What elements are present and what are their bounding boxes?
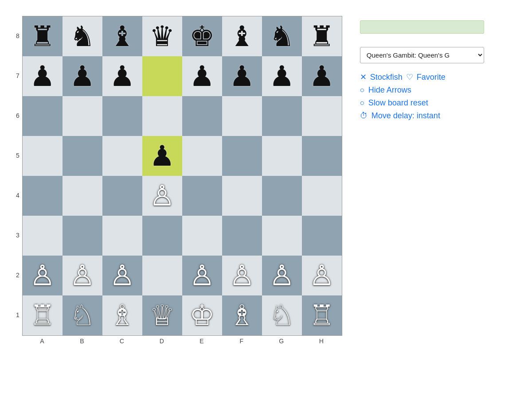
favorite-link[interactable]: Favorite xyxy=(417,73,446,82)
cell-6[interactable]: ♞ xyxy=(262,16,302,56)
cell-10[interactable]: ♟ xyxy=(102,56,142,96)
cell-32[interactable] xyxy=(23,176,63,216)
cell-41[interactable] xyxy=(63,216,102,256)
cell-27[interactable]: ♟ xyxy=(142,136,182,176)
cell-8[interactable]: ♟ xyxy=(23,56,63,96)
piece-35: ♙ xyxy=(149,182,175,210)
cell-44[interactable] xyxy=(182,216,222,256)
cell-63[interactable]: ♖ xyxy=(302,295,342,335)
cell-15[interactable]: ♟ xyxy=(302,56,342,96)
cell-34[interactable] xyxy=(102,176,142,216)
cell-3[interactable]: ♛ xyxy=(142,16,182,56)
cell-38[interactable] xyxy=(262,176,302,216)
cell-0[interactable]: ♜ xyxy=(23,16,63,56)
cell-62[interactable]: ♘ xyxy=(262,295,302,335)
piece-53: ♙ xyxy=(229,261,254,290)
options-list: ✕ Stockfish ♡ Favorite ○ Hide Arrows ○ S… xyxy=(360,72,484,120)
move-delay-option[interactable]: ⏱ Move delay: instant xyxy=(360,111,484,120)
cell-23[interactable] xyxy=(302,96,342,136)
piece-5: ♝ xyxy=(229,22,254,50)
cell-29[interactable] xyxy=(222,136,262,176)
cell-7[interactable]: ♜ xyxy=(302,16,342,56)
main-layout: 87654321 ♜♞♝♛♚♝♞♜♟♟♟♟♟♟♟♟♙♙♙♙♙♙♙♙♖♘♗♕♔♗♘… xyxy=(13,16,519,345)
file-label-E: E xyxy=(182,336,222,345)
cell-4[interactable]: ♚ xyxy=(182,16,222,56)
cell-2[interactable]: ♝ xyxy=(102,16,142,56)
piece-27: ♟ xyxy=(149,142,175,170)
slow-board-reset-link[interactable]: Slow board reset xyxy=(368,98,428,108)
cell-45[interactable] xyxy=(222,216,262,256)
cell-59[interactable]: ♕ xyxy=(142,295,182,335)
cell-11[interactable] xyxy=(142,56,182,96)
cell-26[interactable] xyxy=(102,136,142,176)
cell-35[interactable]: ♙ xyxy=(142,176,182,216)
cell-33[interactable] xyxy=(63,176,102,216)
slow-board-reset-option[interactable]: ○ Slow board reset xyxy=(360,98,484,108)
piece-6: ♞ xyxy=(269,22,294,50)
cell-57[interactable]: ♘ xyxy=(63,295,102,335)
move-delay-icon: ⏱ xyxy=(360,111,368,120)
cell-39[interactable] xyxy=(302,176,342,216)
hide-arrows-option[interactable]: ○ Hide Arrows xyxy=(360,85,484,95)
cell-48[interactable]: ♙ xyxy=(23,256,63,295)
chapter-select[interactable]: Queen's Gambit: Queen's G xyxy=(360,47,484,63)
rank-label-3: 3 xyxy=(16,215,20,255)
cell-53[interactable]: ♙ xyxy=(222,256,262,295)
piece-2: ♝ xyxy=(110,22,135,50)
piece-57: ♘ xyxy=(70,301,95,330)
cell-28[interactable] xyxy=(182,136,222,176)
cell-12[interactable]: ♟ xyxy=(182,56,222,96)
cell-60[interactable]: ♔ xyxy=(182,295,222,335)
cell-1[interactable]: ♞ xyxy=(63,16,102,56)
cell-55[interactable]: ♙ xyxy=(302,256,342,295)
cell-18[interactable] xyxy=(102,96,142,136)
file-label-B: B xyxy=(62,336,102,345)
cell-61[interactable]: ♗ xyxy=(222,295,262,335)
rank-label-8: 8 xyxy=(16,16,20,56)
hide-arrows-link[interactable]: Hide Arrows xyxy=(368,85,411,95)
cell-22[interactable] xyxy=(262,96,302,136)
cell-24[interactable] xyxy=(23,136,63,176)
piece-52: ♙ xyxy=(189,261,215,290)
cell-31[interactable] xyxy=(302,136,342,176)
piece-0: ♜ xyxy=(30,22,55,50)
stockfish-icon: ✕ xyxy=(360,72,367,82)
cell-20[interactable] xyxy=(182,96,222,136)
cell-58[interactable]: ♗ xyxy=(102,295,142,335)
cell-56[interactable]: ♖ xyxy=(23,295,63,335)
cell-42[interactable] xyxy=(102,216,142,256)
board-with-ranks: 87654321 ♜♞♝♛♚♝♞♜♟♟♟♟♟♟♟♟♙♙♙♙♙♙♙♙♖♘♗♕♔♗♘… xyxy=(13,16,342,345)
cell-37[interactable] xyxy=(222,176,262,216)
cell-17[interactable] xyxy=(63,96,102,136)
cell-52[interactable]: ♙ xyxy=(182,256,222,295)
file-label-D: D xyxy=(142,336,182,345)
cell-9[interactable]: ♟ xyxy=(63,56,102,96)
file-labels: ABCDEFGH xyxy=(22,336,342,345)
stockfish-option[interactable]: ✕ Stockfish ♡ Favorite xyxy=(360,72,484,82)
cell-43[interactable] xyxy=(142,216,182,256)
cell-40[interactable] xyxy=(23,216,63,256)
cell-50[interactable]: ♙ xyxy=(102,256,142,295)
file-label-C: C xyxy=(102,336,142,345)
piece-58: ♗ xyxy=(110,301,135,330)
cell-14[interactable]: ♟ xyxy=(262,56,302,96)
cell-49[interactable]: ♙ xyxy=(63,256,102,295)
cell-36[interactable] xyxy=(182,176,222,216)
cell-51[interactable] xyxy=(142,256,182,295)
hide-arrows-icon: ○ xyxy=(360,85,365,95)
cell-47[interactable] xyxy=(302,216,342,256)
cell-21[interactable] xyxy=(222,96,262,136)
cell-46[interactable] xyxy=(262,216,302,256)
cell-19[interactable] xyxy=(142,96,182,136)
board-container: 87654321 ♜♞♝♛♚♝♞♜♟♟♟♟♟♟♟♟♙♙♙♙♙♙♙♙♖♘♗♕♔♗♘… xyxy=(13,16,342,345)
move-delay-link[interactable]: Move delay: instant xyxy=(372,111,440,120)
cell-13[interactable]: ♟ xyxy=(222,56,262,96)
cell-5[interactable]: ♝ xyxy=(222,16,262,56)
cell-25[interactable] xyxy=(63,136,102,176)
piece-8: ♟ xyxy=(30,62,55,90)
cell-54[interactable]: ♙ xyxy=(262,256,302,295)
rank-label-6: 6 xyxy=(16,96,20,136)
cell-30[interactable] xyxy=(262,136,302,176)
stockfish-link[interactable]: Stockfish xyxy=(370,73,403,82)
cell-16[interactable] xyxy=(23,96,63,136)
